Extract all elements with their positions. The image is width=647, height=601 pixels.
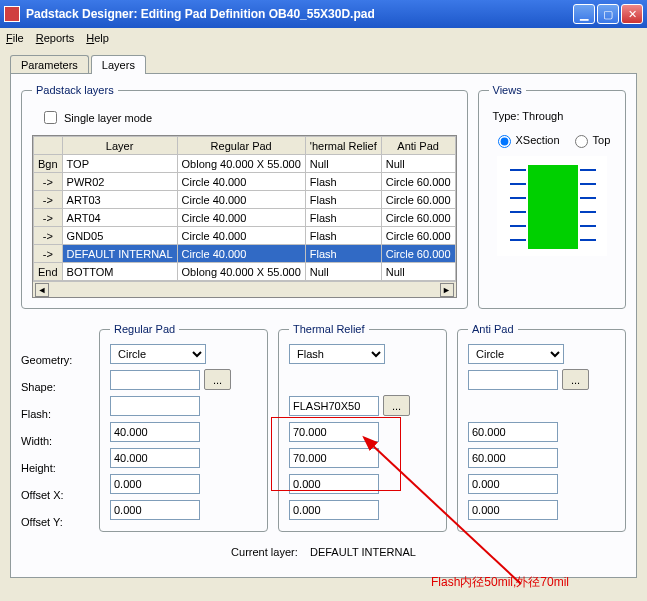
- thermal-flash-browse[interactable]: ...: [383, 395, 410, 416]
- anti-offx-input[interactable]: [468, 474, 558, 494]
- anti-offy-input[interactable]: [468, 500, 558, 520]
- thermal-height-input[interactable]: [289, 448, 379, 468]
- thermal-offx-input[interactable]: [289, 474, 379, 494]
- field-labels: Geometry: Shape: Flash: Width: Height: O…: [21, 323, 89, 532]
- menu-help[interactable]: Help: [86, 32, 109, 44]
- thermal-flash-input[interactable]: [289, 396, 379, 416]
- current-layer: Current layer: DEFAULT INTERNAL: [21, 546, 626, 558]
- annotation-text: Flash内径50mil,外径70mil: [431, 574, 569, 591]
- padstack-layers-group: Padstack layers Single layer mode Layer …: [21, 84, 468, 309]
- table-row[interactable]: ->PWR02Circle 40.000FlashCircle 60.000: [34, 173, 456, 191]
- table-row[interactable]: ->ART03Circle 40.000FlashCircle 60.000: [34, 191, 456, 209]
- regular-flash-input[interactable]: [110, 396, 200, 416]
- anti-width-input[interactable]: [468, 422, 558, 442]
- menu-file[interactable]: File: [6, 32, 24, 44]
- menubar: File Reports Help: [0, 28, 647, 48]
- close-button[interactable]: ✕: [621, 4, 643, 24]
- table-row[interactable]: BgnTOPOblong 40.000 X 55.000NullNull: [34, 155, 456, 173]
- views-legend: Views: [489, 84, 526, 96]
- thermal-relief-group: Thermal Relief Flash ...: [278, 323, 447, 532]
- titlebar: Padstack Designer: Editing Pad Definitio…: [0, 0, 647, 28]
- thermal-offy-input[interactable]: [289, 500, 379, 520]
- table-row[interactable]: EndBOTTOMOblong 40.000 X 55.000NullNull: [34, 263, 456, 281]
- preview-pane: [497, 156, 607, 256]
- regular-width-input[interactable]: [110, 422, 200, 442]
- scroll-left-icon[interactable]: ◄: [35, 283, 49, 297]
- thermal-width-input[interactable]: [289, 422, 379, 442]
- menu-reports[interactable]: Reports: [36, 32, 75, 44]
- minimize-button[interactable]: ▁: [573, 4, 595, 24]
- anti-pad-group: Anti Pad Circle ...: [457, 323, 626, 532]
- maximize-button[interactable]: ▢: [597, 4, 619, 24]
- views-group: Views Type: Through XSection Top: [478, 84, 626, 309]
- regular-offy-input[interactable]: [110, 500, 200, 520]
- anti-shape-browse[interactable]: ...: [562, 369, 589, 390]
- app-icon: [4, 6, 20, 22]
- regular-height-input[interactable]: [110, 448, 200, 468]
- tab-pane: Padstack layers Single layer mode Layer …: [10, 73, 637, 578]
- anti-shape-input[interactable]: [468, 370, 558, 390]
- tab-layers[interactable]: Layers: [91, 55, 146, 74]
- regular-geometry-select[interactable]: Circle: [110, 344, 206, 364]
- radio-top[interactable]: Top: [570, 132, 611, 148]
- radio-xsection[interactable]: XSection: [493, 132, 560, 148]
- tab-parameters[interactable]: Parameters: [10, 55, 89, 74]
- regular-shape-browse[interactable]: ...: [204, 369, 231, 390]
- window-title: Padstack Designer: Editing Pad Definitio…: [26, 7, 571, 21]
- table-row[interactable]: ->GND05Circle 40.000FlashCircle 60.000: [34, 227, 456, 245]
- single-layer-checkbox[interactable]: [44, 111, 57, 124]
- regular-shape-input[interactable]: [110, 370, 200, 390]
- layers-grid[interactable]: Layer Regular Pad 'hermal Relief Anti Pa…: [32, 135, 457, 298]
- regular-pad-group: Regular Pad Circle ...: [99, 323, 268, 532]
- chip-icon: [528, 165, 578, 249]
- grid-scrollbar[interactable]: ◄ ►: [33, 281, 456, 297]
- table-row[interactable]: ->DEFAULT INTERNALCircle 40.000FlashCirc…: [34, 245, 456, 263]
- table-row[interactable]: ->ART04Circle 40.000FlashCircle 60.000: [34, 209, 456, 227]
- anti-geometry-select[interactable]: Circle: [468, 344, 564, 364]
- scroll-right-icon[interactable]: ►: [440, 283, 454, 297]
- anti-height-input[interactable]: [468, 448, 558, 468]
- padstack-layers-legend: Padstack layers: [32, 84, 118, 96]
- regular-offx-input[interactable]: [110, 474, 200, 494]
- single-layer-mode[interactable]: Single layer mode: [40, 108, 457, 127]
- thermal-geometry-select[interactable]: Flash: [289, 344, 385, 364]
